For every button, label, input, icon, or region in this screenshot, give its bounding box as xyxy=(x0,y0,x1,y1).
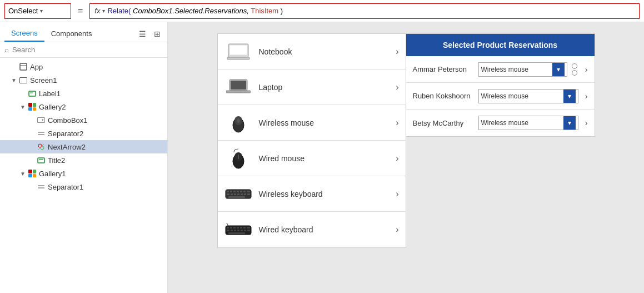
svg-rect-36 xyxy=(231,193,233,195)
svg-rect-34 xyxy=(247,191,250,192)
reservation-circles-1 xyxy=(572,63,577,76)
svg-rect-49 xyxy=(243,227,246,229)
product-name-wkeyboard: Wireless keyboard xyxy=(259,190,390,198)
tab-components[interactable]: Components xyxy=(44,26,99,41)
product-name-laptop: Laptop xyxy=(259,83,390,92)
property-name: OnSelect xyxy=(8,7,38,15)
svg-rect-38 xyxy=(237,193,239,195)
search-box: ⌕ xyxy=(0,42,167,58)
svg-rect-32 xyxy=(240,191,242,192)
tree-item-screen1[interactable]: ▼ Screen1 xyxy=(0,73,167,87)
tree-item-label1[interactable]: Label1 xyxy=(0,87,167,100)
svg-rect-35 xyxy=(227,193,229,195)
tree-item-separator1[interactable]: Separator1 xyxy=(0,180,167,193)
reservation-name-3: Betsy McCarthy xyxy=(413,119,474,127)
svg-rect-15 xyxy=(227,57,249,59)
tree-item-combobox1[interactable]: ComboBox1 xyxy=(0,113,167,127)
product-item-wkeyboard[interactable]: Wireless keyboard › xyxy=(218,176,406,212)
reservations-header: Selected Product Reservations xyxy=(406,34,595,56)
search-icon: ⌕ xyxy=(4,46,9,54)
dropdown-arrow-icon-2[interactable]: ▾ xyxy=(563,90,576,103)
tree-item-title2[interactable]: Title2 xyxy=(0,153,167,167)
nextarrow-icon xyxy=(37,142,46,151)
reservation-row-2: Ruben Kokshoorn Wireless mouse ▾ › xyxy=(406,83,595,110)
product-arrow-notebook: › xyxy=(396,47,398,57)
product-name-wiredmouse: Wired mouse xyxy=(259,154,390,163)
screen-icon xyxy=(19,76,28,85)
tree-label-nextarrow2: NextArrow2 xyxy=(48,143,86,151)
tree-label-gallery2: Gallery2 xyxy=(39,103,66,111)
svg-rect-42 xyxy=(228,196,245,198)
svg-rect-41 xyxy=(247,193,250,195)
left-panel: Screens Components ☰ ⊞ ⌕ App ▼ xyxy=(0,22,168,293)
product-arrow-wmouse: › xyxy=(396,118,398,128)
expand-icon: ▼ xyxy=(11,77,17,83)
svg-rect-28 xyxy=(227,191,229,192)
product-arrow-laptop: › xyxy=(396,82,398,92)
main-area: Screens Components ☰ ⊞ ⌕ App ▼ xyxy=(0,22,644,293)
svg-rect-46 xyxy=(233,227,236,229)
dropdown-arrow-icon-1[interactable]: ▾ xyxy=(552,63,565,76)
reservation-dropdown-2[interactable]: Wireless mouse ▾ xyxy=(478,89,578,103)
reservation-chevron-2[interactable]: › xyxy=(585,92,588,101)
formula-bar[interactable]: fx ▾ Relate( ComboBox1.Selected.Reservat… xyxy=(89,3,640,19)
reservation-chevron-1[interactable]: › xyxy=(585,65,588,74)
property-chevron-icon: ▾ xyxy=(40,8,43,14)
product-item-wiredkeyboard[interactable]: Wired keyboard › xyxy=(218,212,406,247)
tree-label-separator2: Separator2 xyxy=(48,130,83,138)
svg-rect-2 xyxy=(29,91,36,96)
tree-item-gallery2[interactable]: ▼ Gallery2 xyxy=(0,100,167,113)
svg-rect-44 xyxy=(227,227,229,229)
svg-rect-30 xyxy=(233,191,236,192)
reservation-value-1: Wireless mouse xyxy=(481,66,552,73)
reservation-name-2: Ruben Kokshoorn xyxy=(413,92,474,100)
reservation-chevron-3[interactable]: › xyxy=(585,118,588,127)
grid-icon[interactable]: ⊞ xyxy=(152,28,163,39)
tree-label-separator1: Separator1 xyxy=(48,183,83,191)
equals-sign: = xyxy=(76,6,85,16)
tree-item-separator2[interactable]: Separator2 xyxy=(0,127,167,140)
tree-label-screen1: Screen1 xyxy=(30,76,57,85)
formula-text: Relate( ComboBox1.Selected.Reservations,… xyxy=(107,7,283,15)
expand-icon: ▼ xyxy=(20,171,26,177)
content-area: Notebook › Laptop › xyxy=(168,22,644,293)
svg-point-23 xyxy=(237,118,240,122)
product-name-wiredkeyboard: Wired keyboard xyxy=(259,225,390,234)
product-item-wmouse[interactable]: Wireless mouse › xyxy=(218,105,406,141)
gallery-icon xyxy=(28,102,37,111)
svg-rect-19 xyxy=(235,92,242,93)
product-arrow-wkeyboard: › xyxy=(396,189,398,199)
svg-rect-0 xyxy=(20,63,27,70)
wiredkeyboard-image xyxy=(224,218,252,241)
tab-screens[interactable]: Screens xyxy=(4,26,44,42)
tree-item-nextarrow2[interactable]: NextArrow2 xyxy=(0,140,167,153)
reservation-dropdown-3[interactable]: Wireless mouse ▾ xyxy=(478,116,578,130)
list-icon[interactable]: ☰ xyxy=(137,28,148,39)
combobox-icon xyxy=(37,116,46,125)
product-item-notebook[interactable]: Notebook › xyxy=(218,34,406,69)
product-arrow-wiredkeyboard: › xyxy=(396,225,398,235)
svg-rect-51 xyxy=(227,230,229,231)
dropdown-arrow-icon-3[interactable]: ▾ xyxy=(563,116,576,130)
product-item-laptop[interactable]: Laptop › xyxy=(218,69,406,105)
svg-rect-14 xyxy=(229,45,247,55)
product-arrow-wiredmouse: › xyxy=(396,153,398,163)
tree-label-gallery1: Gallery1 xyxy=(39,170,66,178)
wkeyboard-image xyxy=(224,183,252,205)
tree-item-gallery1[interactable]: ▼ Gallery1 xyxy=(0,167,167,180)
product-name-notebook: Notebook xyxy=(259,47,390,56)
svg-rect-33 xyxy=(243,191,246,192)
svg-rect-58 xyxy=(228,232,245,234)
product-item-wiredmouse[interactable]: Wired mouse › xyxy=(218,141,406,176)
search-input[interactable] xyxy=(12,46,163,54)
property-selector[interactable]: OnSelect ▾ xyxy=(4,3,71,19)
tree-label-label1: Label1 xyxy=(39,90,61,98)
reservation-dropdown-1[interactable]: Wireless mouse ▾ xyxy=(478,62,567,77)
tree-item-app[interactable]: App xyxy=(0,60,167,73)
svg-rect-37 xyxy=(234,193,236,195)
svg-rect-29 xyxy=(230,191,232,192)
formula-thisitem: ThisItem xyxy=(251,7,278,15)
svg-rect-52 xyxy=(231,230,233,231)
svg-rect-9 xyxy=(38,158,44,163)
reservation-value-3: Wireless mouse xyxy=(481,119,563,127)
